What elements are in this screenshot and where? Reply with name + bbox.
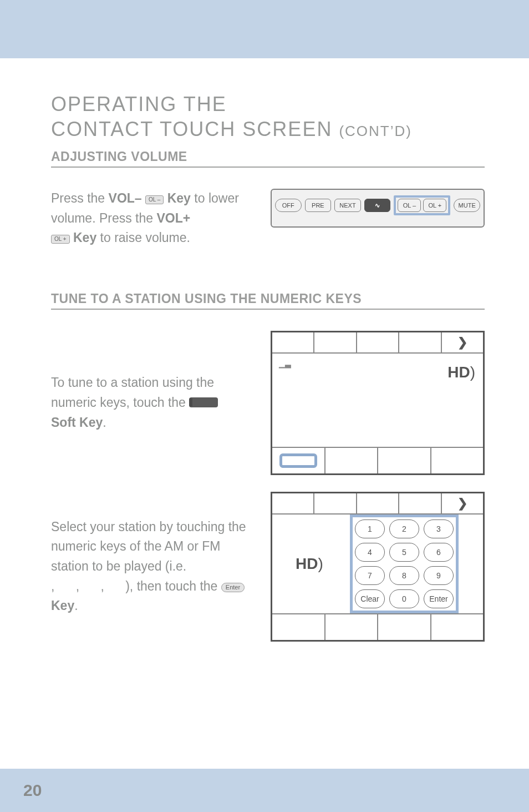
softkey-cell[interactable] <box>272 614 325 640</box>
ol-minus-button[interactable]: OL – <box>398 199 421 212</box>
keypad-highlight: 1 2 3 4 5 6 7 8 9 Clear 0 Enter <box>350 515 459 613</box>
next-arrow-icon[interactable]: ❯ <box>442 332 483 352</box>
wave-button[interactable]: ∿ <box>364 199 391 212</box>
off-button[interactable]: OFF <box>275 199 302 212</box>
key-3[interactable]: 3 <box>424 520 454 538</box>
screen-soft-row <box>272 614 483 640</box>
screen-illustration-softkey: ❯ ▁▃ HD) <box>271 331 485 475</box>
keypad: 1 2 3 4 5 6 7 8 9 Clear 0 Enter <box>355 520 454 608</box>
key-label: Key <box>167 191 191 205</box>
footer-band: 20 <box>0 769 529 812</box>
tab[interactable] <box>272 332 314 352</box>
screen-body-keypad: HD) 1 2 3 4 5 6 7 8 9 <box>272 515 483 614</box>
tab[interactable] <box>314 332 357 352</box>
keypad-wrap: 1 2 3 4 5 6 7 8 9 Clear 0 Enter <box>350 515 459 613</box>
soft-key-icon <box>189 397 218 407</box>
key-6[interactable]: 6 <box>424 543 454 562</box>
hd-icon: HD) <box>296 555 323 572</box>
numeric-text-1: To tune to a station using the numeric k… <box>51 373 248 432</box>
volume-bar-illustration: OFF PRE NEXT ∿ OL – OL + MUTE <box>271 189 485 228</box>
numeric-row-1: To tune to a station using the numeric k… <box>51 331 485 475</box>
tab[interactable] <box>399 493 441 513</box>
screen-illustration-keypad: ❯ HD) 1 2 3 4 5 6 7 <box>271 492 485 642</box>
key-label: Key <box>73 230 96 245</box>
page-content: OPERATING THE CONTACT TOUCH SCREEN (CONT… <box>0 58 529 642</box>
tab[interactable] <box>314 493 357 513</box>
keypad-left-col: HD) <box>279 555 340 573</box>
softkey-cell[interactable] <box>325 614 379 640</box>
title-line2: CONTACT TOUCH SCREEN (CONT’D) <box>51 117 485 142</box>
numeric-text-2: Select your station by touching the nume… <box>51 517 248 616</box>
key-1[interactable]: 1 <box>355 520 385 538</box>
subheading-adjusting-volume: ADJUSTING VOLUME <box>51 149 485 168</box>
title-line1: OPERATING THE <box>51 92 485 117</box>
key-8[interactable]: 8 <box>389 566 419 585</box>
enter-inline-key: Enter <box>221 583 245 592</box>
key-0[interactable]: 0 <box>389 589 419 608</box>
tab[interactable] <box>357 332 399 352</box>
pre-button[interactable]: PRE <box>305 199 332 212</box>
hd-icon: HD) <box>447 364 475 381</box>
key-4[interactable]: 4 <box>355 543 385 562</box>
tab[interactable] <box>357 493 399 513</box>
key-clear[interactable]: Clear <box>355 589 385 608</box>
volume-highlight: OL – OL + <box>394 195 450 215</box>
screen-tabs: ❯ <box>272 493 483 515</box>
mute-button[interactable]: MUTE <box>454 199 480 212</box>
ol-minus-inline-key: OL – <box>145 195 164 204</box>
softkey-cell[interactable] <box>378 614 431 640</box>
softkey-cell[interactable] <box>325 448 379 473</box>
key-enter[interactable]: Enter <box>424 589 454 608</box>
key-7[interactable]: 7 <box>355 566 385 585</box>
wave-icon: ∿ <box>375 202 380 209</box>
ol-plus-inline-key: OL + <box>51 235 70 244</box>
next-button[interactable]: NEXT <box>334 199 361 212</box>
tab[interactable] <box>272 493 314 513</box>
volume-text: Press the VOL– OL – Key to lower volume.… <box>51 189 248 248</box>
next-arrow-icon[interactable]: ❯ <box>442 493 483 513</box>
key-2[interactable]: 2 <box>389 520 419 538</box>
header-band <box>0 0 529 58</box>
softkey-highlight <box>279 453 317 468</box>
softkey-cell[interactable] <box>378 448 431 473</box>
screen-soft-row <box>272 448 483 473</box>
tab[interactable] <box>399 332 441 352</box>
softkey-cell[interactable] <box>431 448 484 473</box>
key-label: Key <box>51 598 74 613</box>
ol-plus-button[interactable]: OL + <box>423 199 446 212</box>
numeric-row-2: Select your station by touching the nume… <box>51 492 485 642</box>
screen-tabs: ❯ <box>272 332 483 354</box>
screen-body: ▁▃ HD) <box>272 354 483 448</box>
page-number: 20 <box>23 781 42 800</box>
key-9[interactable]: 9 <box>424 566 454 585</box>
softkey-cell[interactable] <box>272 448 325 473</box>
volume-row: Press the VOL– OL – Key to lower volume.… <box>51 189 485 248</box>
signal-icon: ▁▃ <box>279 359 291 368</box>
subheading-tune-numeric: TUNE TO A STATION USING THE NUMERIC KEYS <box>51 291 485 310</box>
key-5[interactable]: 5 <box>389 543 419 562</box>
page-title: OPERATING THE CONTACT TOUCH SCREEN (CONT… <box>51 92 485 142</box>
softkey-cell[interactable] <box>431 614 484 640</box>
